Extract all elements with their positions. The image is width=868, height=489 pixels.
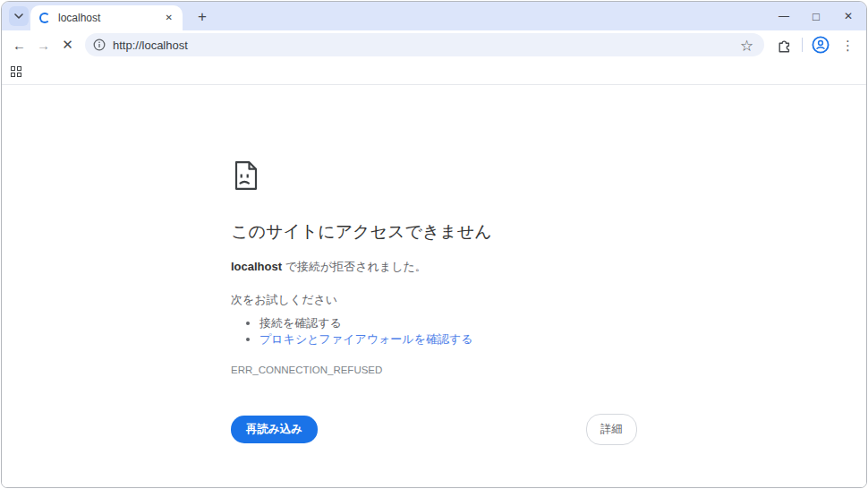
error-code: ERR_CONNECTION_REFUSED xyxy=(231,365,637,375)
suggestion-text: 接続を確認する xyxy=(260,316,342,330)
extensions-button[interactable] xyxy=(775,36,794,55)
window-close-button[interactable]: ✕ xyxy=(832,2,864,30)
reload-button[interactable]: 再読み込み xyxy=(231,416,318,443)
error-host: localhost xyxy=(231,260,282,273)
stop-button[interactable]: ✕ xyxy=(55,33,80,57)
page-content: このサイトにアクセスできません localhost で接続が拒否されました。 次… xyxy=(2,85,866,487)
details-button[interactable]: 詳細 xyxy=(586,414,637,445)
tab-title: localhost xyxy=(58,12,163,24)
forward-button[interactable]: → xyxy=(31,33,55,57)
tab-strip: localhost ✕ + — □ ✕ xyxy=(2,2,866,30)
maximize-button[interactable]: □ xyxy=(800,2,832,30)
person-circle-icon xyxy=(812,36,830,54)
back-button[interactable]: ← xyxy=(7,33,31,57)
browser-tab[interactable]: localhost ✕ xyxy=(30,5,183,30)
profile-button[interactable] xyxy=(811,35,830,55)
bookmarks-bar xyxy=(2,59,866,85)
address-bar[interactable]: http://localhost ☆ xyxy=(85,33,764,56)
info-icon[interactable] xyxy=(93,39,106,51)
browser-window: localhost ✕ + — □ ✕ ← → ✕ http://localho… xyxy=(1,1,867,488)
url-text: http://localhost xyxy=(113,39,738,52)
apps-grid-icon[interactable] xyxy=(11,66,21,77)
toolbar-right: ⋮ xyxy=(775,35,857,55)
list-item: 接続を確認する xyxy=(260,315,637,331)
window-controls: — □ ✕ xyxy=(768,2,864,30)
error-container: このサイトにアクセスできません localhost で接続が拒否されました。 次… xyxy=(231,85,637,445)
tab-close-icon[interactable]: ✕ xyxy=(163,11,175,25)
chevron-down-icon xyxy=(14,13,23,19)
button-row: 再読み込み 詳細 xyxy=(231,414,637,445)
sad-file-icon xyxy=(231,160,261,191)
new-tab-button[interactable]: + xyxy=(191,6,213,28)
toolbar: ← → ✕ http://localhost ☆ xyxy=(2,30,866,59)
loading-spinner-icon xyxy=(39,13,50,23)
toolbar-divider xyxy=(802,38,803,52)
error-message: localhost で接続が拒否されました。 xyxy=(231,259,637,275)
bookmark-star-icon[interactable]: ☆ xyxy=(738,37,755,54)
tab-search-button[interactable] xyxy=(9,6,29,26)
proxy-firewall-link[interactable]: プロキシとファイアウォールを確認する xyxy=(260,332,473,346)
suggestions-list: 接続を確認する プロキシとファイアウォールを確認する xyxy=(231,315,637,347)
suggestions-title: 次をお試しください xyxy=(231,292,637,308)
list-item: プロキシとファイアウォールを確認する xyxy=(260,331,637,347)
error-message-text: で接続が拒否されました。 xyxy=(282,260,427,273)
minimize-button[interactable]: — xyxy=(768,2,800,30)
puzzle-piece-icon xyxy=(777,38,792,53)
error-title: このサイトにアクセスできません xyxy=(231,220,637,244)
menu-dots-icon[interactable]: ⋮ xyxy=(838,39,857,52)
